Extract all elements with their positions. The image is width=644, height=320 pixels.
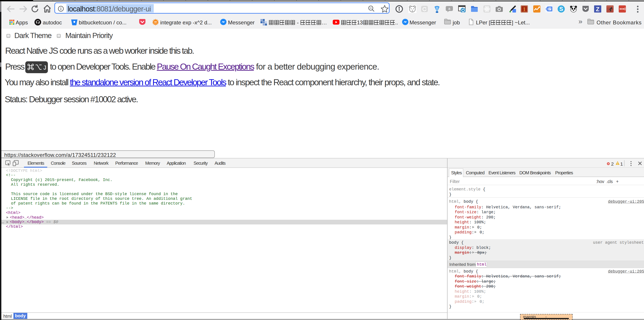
svg-text:J: J xyxy=(43,65,46,72)
svg-text:a: a xyxy=(448,7,450,10)
svg-text:1: 1 xyxy=(523,6,526,12)
svg-text:S: S xyxy=(560,6,563,12)
svg-text:Z: Z xyxy=(596,6,600,12)
